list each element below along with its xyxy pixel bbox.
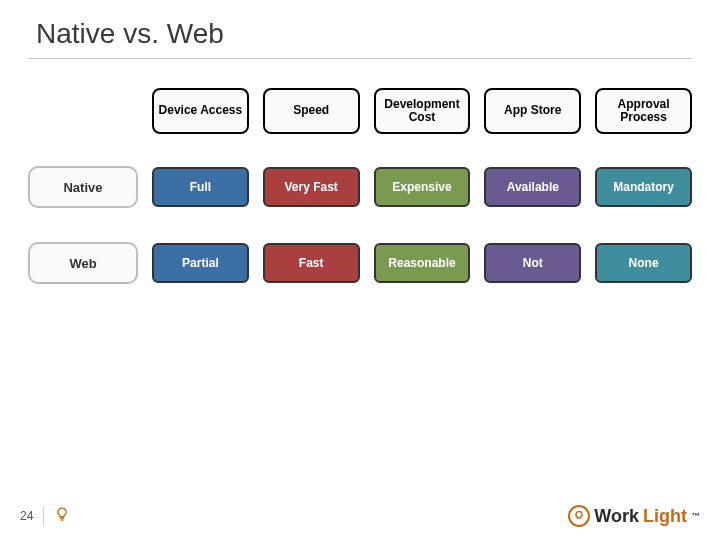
footer-left: 24 <box>20 506 70 526</box>
divider <box>43 507 44 525</box>
row-label-web: Web <box>28 242 138 284</box>
comparison-table: Device Access Speed Development Cost App… <box>28 90 692 284</box>
table-cell: Partial <box>152 243 249 283</box>
table-cell: None <box>595 243 692 283</box>
row-label-native: Native <box>28 166 138 208</box>
table-cell: Full <box>152 167 249 207</box>
table-cell: Reasonable <box>374 243 471 283</box>
table-cell: Very Fast <box>263 167 360 207</box>
col-header: App Store <box>484 88 581 134</box>
table-cell: Fast <box>263 243 360 283</box>
brand-text-work: Work <box>594 506 639 527</box>
col-header: Device Access <box>152 88 249 134</box>
brand-text-light: Light <box>643 506 687 527</box>
table-cell: Not <box>484 243 581 283</box>
col-header: Approval Process <box>595 88 692 134</box>
table-cell: Available <box>484 167 581 207</box>
brand-bulb-icon <box>568 505 590 527</box>
table-cell: Mandatory <box>595 167 692 207</box>
col-header: Speed <box>263 88 360 134</box>
col-header: Development Cost <box>374 88 471 134</box>
table-cell: Expensive <box>374 167 471 207</box>
slide: Native vs. Web Device Access Speed Devel… <box>0 0 720 540</box>
brand-logo: Work Light ™ <box>568 505 700 527</box>
lightbulb-icon <box>54 506 70 526</box>
page-title: Native vs. Web <box>28 18 692 59</box>
footer: 24 Work Light ™ <box>0 502 720 530</box>
page-number: 24 <box>20 509 33 523</box>
trademark: ™ <box>691 511 700 521</box>
